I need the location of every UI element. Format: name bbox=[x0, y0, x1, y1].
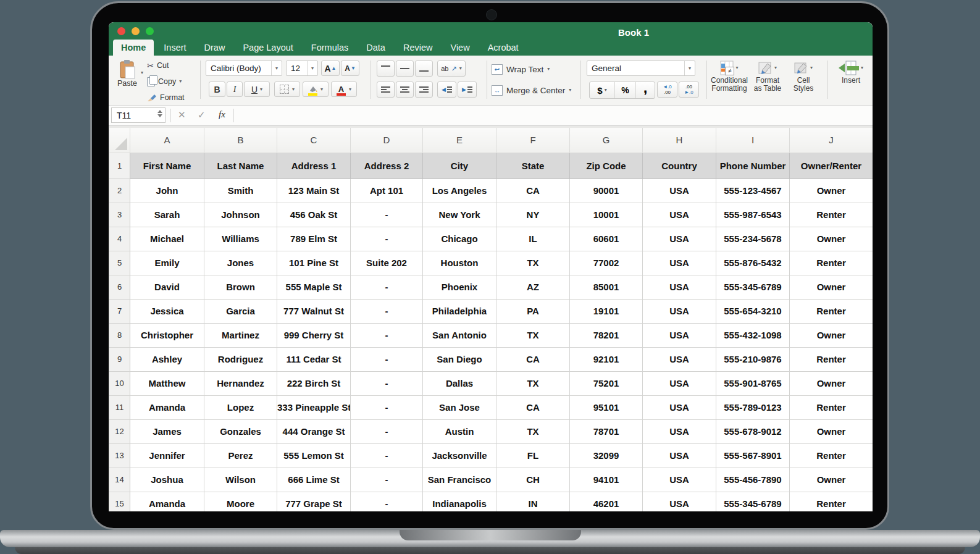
font-color-dropdown-caret[interactable]: ▾ bbox=[349, 87, 351, 92]
select-all-corner[interactable] bbox=[109, 128, 130, 153]
number-format-combo[interactable]: General ▾ bbox=[587, 61, 695, 76]
cell-E13[interactable]: Jacksonville bbox=[423, 443, 496, 468]
font-size-dropdown-caret[interactable]: ▾ bbox=[307, 61, 317, 75]
row-header-1[interactable]: 1 bbox=[109, 153, 130, 178]
cell-H9[interactable]: USA bbox=[643, 347, 716, 371]
cell-F9[interactable]: CA bbox=[496, 347, 570, 371]
minimize-window-button[interactable] bbox=[132, 27, 140, 35]
cell-J7[interactable]: Renter bbox=[790, 299, 873, 323]
cell-E1[interactable]: City bbox=[423, 153, 496, 178]
cell-F13[interactable]: FL bbox=[496, 443, 570, 468]
cell-G15[interactable]: 46201 bbox=[570, 492, 643, 511]
row-header-8[interactable]: 8 bbox=[109, 323, 130, 347]
cell-H7[interactable]: USA bbox=[643, 299, 716, 323]
wrap-text-dropdown-caret[interactable]: ▾ bbox=[547, 67, 550, 72]
cell-A12[interactable]: James bbox=[130, 419, 204, 443]
row-header-4[interactable]: 4 bbox=[109, 227, 130, 251]
cell-H4[interactable]: USA bbox=[643, 227, 716, 251]
cell-B6[interactable]: Brown bbox=[204, 275, 277, 299]
cell-A9[interactable]: Ashley bbox=[130, 347, 204, 371]
cell-C13[interactable]: 555 Lemon St bbox=[277, 443, 351, 468]
row-header-12[interactable]: 12 bbox=[109, 419, 130, 443]
cell-I7[interactable]: 555-654-3210 bbox=[716, 299, 790, 323]
col-header-E[interactable]: E bbox=[423, 128, 496, 153]
cell-B9[interactable]: Rodriguez bbox=[204, 347, 277, 371]
col-header-A[interactable]: A bbox=[130, 128, 204, 153]
copy-dropdown-caret[interactable]: ▾ bbox=[179, 79, 182, 84]
cell-B10[interactable]: Hernandez bbox=[204, 371, 277, 395]
cell-H1[interactable]: Country bbox=[643, 153, 716, 178]
cell-I10[interactable]: 555-901-8765 bbox=[716, 371, 790, 395]
row-header-13[interactable]: 13 bbox=[109, 443, 130, 468]
number-format-dropdown-caret[interactable]: ▾ bbox=[684, 61, 695, 75]
enter-entry-button[interactable]: ✓ bbox=[198, 109, 206, 120]
increase-indent-button[interactable]: ▶ bbox=[458, 82, 477, 98]
cell-A1[interactable]: First Name bbox=[130, 153, 204, 178]
cell-B15[interactable]: Moore bbox=[204, 492, 277, 511]
cell-E4[interactable]: Chicago bbox=[423, 227, 496, 251]
cell-G2[interactable]: 90001 bbox=[570, 178, 643, 203]
cell-A14[interactable]: Joshua bbox=[130, 468, 204, 492]
cell-G6[interactable]: 85001 bbox=[570, 275, 643, 299]
cell-C10[interactable]: 222 Birch St bbox=[277, 371, 351, 395]
cell-A8[interactable]: Christopher bbox=[130, 323, 204, 347]
percent-format-button[interactable]: % bbox=[615, 82, 636, 98]
tab-page-layout[interactable]: Page Layout bbox=[235, 40, 301, 56]
cell-D9[interactable]: - bbox=[351, 347, 423, 371]
cell-H2[interactable]: USA bbox=[643, 178, 716, 203]
cell-E9[interactable]: San Diego bbox=[423, 347, 496, 371]
row-header-2[interactable]: 2 bbox=[109, 178, 130, 203]
borders-button[interactable]: ▾ bbox=[274, 82, 300, 97]
decrease-indent-button[interactable]: ◀ bbox=[437, 82, 456, 98]
insert-dropdown-caret[interactable]: ▾ bbox=[861, 65, 863, 70]
col-header-F[interactable]: F bbox=[496, 128, 570, 153]
fill-color-dropdown-caret[interactable]: ▾ bbox=[320, 87, 323, 92]
cell-I6[interactable]: 555-345-6789 bbox=[716, 275, 790, 299]
cell-C2[interactable]: 123 Main St bbox=[277, 178, 351, 203]
cell-B7[interactable]: Garcia bbox=[204, 299, 277, 323]
insert-function-button[interactable]: fx bbox=[219, 109, 225, 120]
row-header-15[interactable]: 15 bbox=[109, 492, 130, 511]
font-name-combo[interactable]: Calibri (Body) ▾ bbox=[206, 61, 282, 76]
cell-D6[interactable]: - bbox=[351, 275, 423, 299]
cell-F4[interactable]: IL bbox=[496, 227, 570, 251]
cell-D7[interactable]: - bbox=[351, 299, 423, 323]
cell-D15[interactable]: - bbox=[351, 492, 423, 511]
cell-H15[interactable]: USA bbox=[643, 492, 716, 511]
col-header-C[interactable]: C bbox=[277, 128, 351, 153]
cell-J14[interactable]: Owner bbox=[790, 468, 873, 492]
row-header-9[interactable]: 9 bbox=[109, 347, 130, 371]
cell-H11[interactable]: USA bbox=[643, 395, 716, 419]
tab-review[interactable]: Review bbox=[395, 40, 441, 56]
cell-E12[interactable]: Austin bbox=[423, 419, 496, 443]
cell-G7[interactable]: 19101 bbox=[570, 299, 643, 323]
cell-D1[interactable]: Address 2 bbox=[351, 153, 423, 178]
cell-F7[interactable]: PA bbox=[496, 299, 570, 323]
cell-C7[interactable]: 777 Walnut St bbox=[277, 299, 351, 323]
cell-A11[interactable]: Amanda bbox=[130, 395, 204, 419]
cell-F1[interactable]: State bbox=[496, 153, 570, 178]
cell-I15[interactable]: 555-345-6789 bbox=[716, 492, 790, 511]
cell-D2[interactable]: Apt 101 bbox=[351, 178, 423, 203]
col-header-G[interactable]: G bbox=[570, 128, 643, 153]
cell-H5[interactable]: USA bbox=[643, 251, 716, 275]
align-bottom-button[interactable] bbox=[415, 61, 433, 77]
cell-G14[interactable]: 94101 bbox=[570, 468, 643, 492]
cell-I8[interactable]: 555-432-1098 bbox=[716, 323, 790, 347]
cell-J8[interactable]: Owner bbox=[790, 323, 873, 347]
cell-styles-caret[interactable]: ▾ bbox=[810, 65, 813, 70]
cell-J15[interactable]: Renter bbox=[790, 492, 873, 511]
cell-G9[interactable]: 92101 bbox=[570, 347, 643, 371]
row-header-10[interactable]: 10 bbox=[109, 371, 130, 395]
cell-E8[interactable]: San Antonio bbox=[423, 323, 496, 347]
cell-B12[interactable]: Gonzales bbox=[204, 419, 277, 443]
cell-G13[interactable]: 32099 bbox=[570, 443, 643, 468]
cell-B4[interactable]: Williams bbox=[204, 227, 277, 251]
cell-G10[interactable]: 75201 bbox=[570, 371, 643, 395]
cell-I1[interactable]: Phone Number bbox=[716, 153, 790, 178]
italic-button[interactable]: I bbox=[227, 82, 243, 97]
cell-I12[interactable]: 555-678-9012 bbox=[716, 419, 790, 443]
tab-acrobat[interactable]: Acrobat bbox=[480, 40, 527, 56]
paste-dropdown-caret[interactable]: ▾ bbox=[141, 70, 143, 75]
tab-view[interactable]: View bbox=[442, 40, 477, 56]
